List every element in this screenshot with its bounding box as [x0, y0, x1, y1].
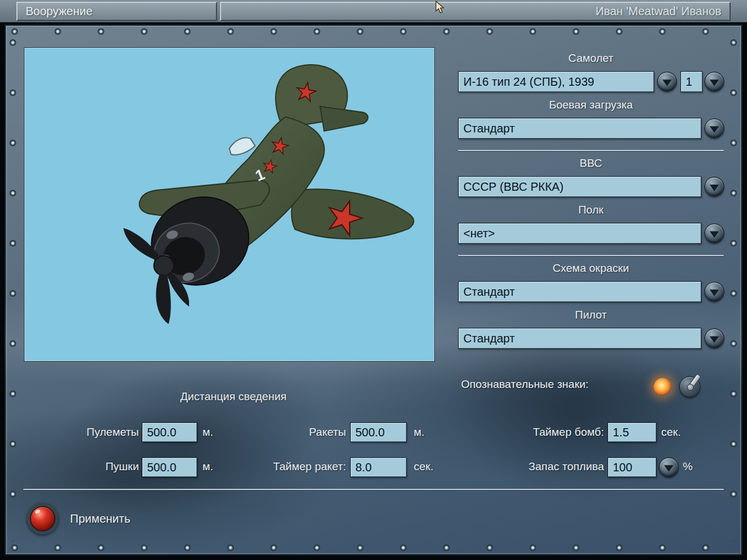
bomb-timer-input[interactable] — [608, 422, 657, 442]
rockets-unit: м. — [414, 426, 424, 439]
loadout-select[interactable]: Стандарт — [458, 118, 701, 139]
pilot-label: Пилот — [458, 309, 724, 321]
divider — [458, 150, 724, 151]
rivet-border-top — [11, 28, 736, 36]
bomb-timer-label: Таймер бомб: — [502, 426, 604, 439]
fuel-input[interactable] — [608, 457, 657, 477]
markings-label: Опознавательные знаки: — [461, 378, 589, 391]
paint-scheme-select-arrow-button[interactable] — [704, 282, 724, 302]
indicator-lamp-on-icon — [654, 378, 671, 396]
aircraft-count-field[interactable]: 1 — [680, 71, 703, 92]
pilot-select[interactable]: Стандарт — [458, 328, 701, 349]
player-name-box: Иван 'Meatwad' Иванов — [220, 2, 731, 21]
cannons-unit: м. — [203, 460, 213, 473]
paint-scheme-select[interactable]: Стандарт — [458, 281, 701, 302]
rocket-timer-input[interactable] — [350, 457, 407, 477]
rocket-timer-unit: сек. — [414, 460, 434, 473]
rocket-timer-label: Таймер ракет: — [245, 460, 346, 473]
chevron-down-icon — [710, 126, 719, 132]
rockets-convergence-input[interactable] — [350, 422, 407, 442]
aircraft-preview-panel: 1 — [25, 48, 434, 361]
loadout-label: Боевая загрузка — [458, 99, 724, 111]
chevron-down-icon — [710, 336, 719, 342]
toggle-switch-icon — [679, 376, 700, 397]
regiment-select-arrow-button[interactable] — [704, 223, 724, 243]
loadout-select-arrow-button[interactable] — [704, 118, 724, 138]
rivet-border-right — [730, 38, 738, 541]
airforce-label: ВВС — [458, 157, 724, 170]
pilot-select-arrow-button[interactable] — [704, 328, 724, 348]
aircraft-count-arrow-button[interactable] — [704, 72, 724, 92]
rivet-border-left — [9, 38, 17, 541]
cannons-convergence-input[interactable] — [142, 457, 197, 477]
mouse-cursor-icon — [435, 1, 448, 15]
toggle-cap — [687, 384, 694, 391]
aircraft-select-arrow-button[interactable] — [657, 72, 677, 92]
machineguns-label: Пулеметы — [47, 426, 139, 439]
aircraft-image: 1 — [25, 48, 434, 361]
fuel-label: Запас топлива — [502, 460, 604, 473]
apply-button[interactable] — [27, 503, 60, 536]
rockets-label: Ракеты — [257, 426, 346, 439]
paint-scheme-label: Схема окраски — [458, 262, 724, 275]
apply-label[interactable]: Применить — [70, 512, 130, 526]
chevron-down-icon — [710, 184, 719, 191]
airforce-select[interactable]: СССР (ВВС РККА) — [458, 176, 701, 197]
player-name: Иван 'Meatwad' Иванов — [595, 5, 721, 18]
red-button-icon — [27, 503, 58, 534]
divider — [23, 489, 724, 490]
machineguns-convergence-input[interactable] — [142, 422, 197, 442]
regiment-label: Полк — [458, 204, 724, 216]
chevron-down-icon — [710, 289, 719, 296]
chevron-down-icon — [710, 231, 719, 237]
machineguns-unit: м. — [203, 426, 213, 439]
divider — [458, 255, 724, 256]
regiment-select[interactable]: <нет> — [458, 223, 701, 244]
rivet-border-bottom — [11, 544, 736, 552]
aircraft-select[interactable]: И-16 тип 24 (СПБ), 1939 — [458, 71, 654, 92]
markings-toggle[interactable] — [649, 373, 711, 400]
bomb-timer-unit: сек. — [661, 426, 681, 439]
fuel-arrow-button[interactable] — [659, 457, 679, 477]
chevron-down-icon — [710, 79, 719, 86]
cannons-label: Пушки — [47, 460, 139, 473]
top-bar: Вооружение Иван 'Meatwad' Иванов — [0, 0, 747, 23]
aircraft-section-label: Самолет — [458, 52, 724, 65]
fuel-unit: % — [683, 460, 693, 473]
chevron-down-icon — [664, 465, 673, 471]
screen: Вооружение Иван 'Meatwad' Иванов — [0, 0, 747, 560]
tab-armament[interactable]: Вооружение — [16, 2, 217, 21]
convergence-title: Дистанция сведения — [163, 390, 303, 403]
airforce-select-arrow-button[interactable] — [704, 177, 724, 197]
chevron-down-icon — [662, 79, 672, 86]
